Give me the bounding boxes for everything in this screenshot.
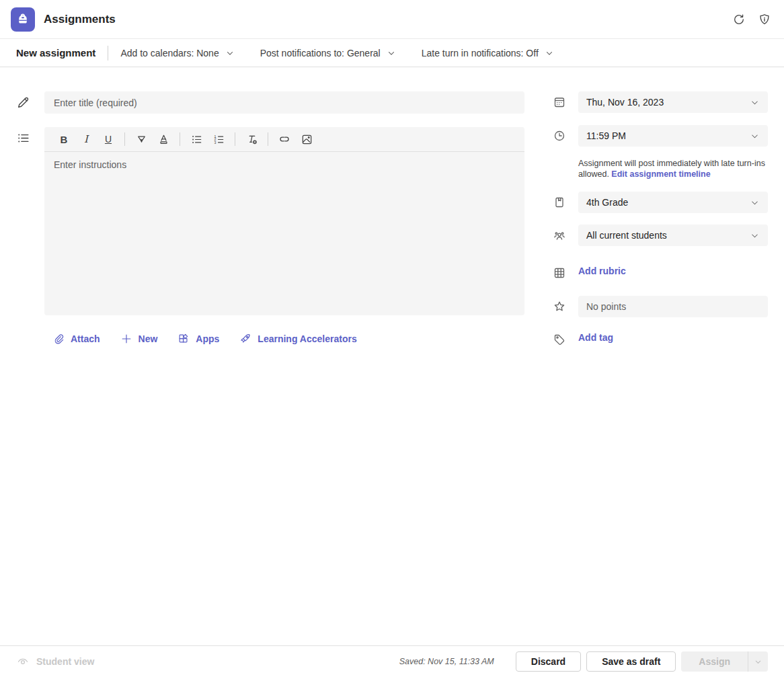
assign-split-button: Assign [681,651,768,672]
due-time-dropdown[interactable]: 11:59 PM [578,125,768,147]
rubric-grid-icon [553,262,578,280]
student-view-button[interactable]: Student view [16,655,94,668]
chevron-down-icon [750,131,760,141]
new-button[interactable]: New [120,333,158,345]
divider [180,132,180,146]
chevron-down-icon [545,48,554,58]
assignment-details-sidebar: Thu, Nov 16, 2023 11:59 PM [553,91,768,346]
assign-options-chevron[interactable] [748,651,768,672]
rocket-icon [239,333,251,345]
link-icon[interactable] [274,130,295,149]
rubric-row: Add rubric [553,262,768,280]
chevron-down-icon [750,198,760,208]
clear-formatting-icon[interactable] [241,130,262,149]
edit-timeline-link[interactable]: Edit assignment timeline [611,169,710,179]
due-time-row: 11:59 PM [553,125,768,147]
tag-icon [553,329,578,346]
highlight-icon[interactable] [131,130,151,149]
assignments-app-icon [11,7,35,32]
paperclip-icon [52,333,65,345]
class-row: 4th Grade [553,192,768,213]
add-rubric-link[interactable]: Add rubric [578,262,626,276]
header-actions [732,12,772,27]
bold-button[interactable]: B [54,130,74,149]
students-dropdown[interactable]: All current students [578,225,768,246]
points-row [553,296,768,317]
app-header: Assignments [0,0,784,38]
notebook-icon [553,192,578,209]
assignment-form: B I U [16,91,524,345]
footer-bar: Student view Saved: Nov 15, 11:33 AM Dis… [0,645,784,677]
saved-status: Saved: Nov 15, 11:33 AM [399,657,494,666]
clock-icon [553,125,578,143]
instructions-input[interactable]: Enter instructions [44,152,524,315]
font-color-icon[interactable] [153,130,173,149]
underline-glyph: U [105,134,112,145]
tab-new-assignment[interactable]: New assignment [16,47,95,58]
divider [124,132,125,146]
numbered-list-icon[interactable]: 1 2 3 [208,130,229,149]
students-value: All current students [586,230,750,241]
chevron-down-icon [387,48,396,58]
chevron-down-icon [750,97,760,108]
italic-glyph: I [84,133,88,145]
discard-button[interactable]: Discard [516,651,581,672]
instructions-editor: B I U [44,127,524,315]
italic-button[interactable]: I [76,130,96,149]
attach-label: Attach [71,333,100,344]
rich-text-toolbar: B I U [44,127,524,152]
menu-post-notifications[interactable]: Post notifications to: General [260,48,396,58]
bullet-list-icon[interactable] [186,130,206,149]
divider [108,46,108,61]
divider [268,132,268,146]
save-as-draft-button[interactable]: Save as draft [586,651,676,672]
svg-text:3: 3 [214,141,216,145]
refresh-icon[interactable] [732,12,746,27]
instructions-list-icon [16,127,44,315]
menu-add-to-calendars[interactable]: Add to calendars: None [120,48,234,58]
divider [235,132,235,146]
assignments-app: Assignments New assignment Add to calend… [0,0,784,677]
menu-late-turn-in[interactable]: Late turn in notifications: Off [422,48,554,58]
students-row: All current students [553,225,768,246]
add-tag-link[interactable]: Add tag [578,329,613,343]
footer-actions: Saved: Nov 15, 11:33 AM Discard Save as … [399,651,768,672]
due-date-value: Thu, Nov 16, 2023 [586,97,750,108]
chevron-down-icon [225,48,235,58]
title-input[interactable] [44,91,524,114]
chevron-down-icon [750,231,760,241]
points-input[interactable] [578,296,768,317]
apps-label: Apps [196,333,219,344]
new-label: New [139,333,158,344]
shield-icon[interactable] [757,12,772,27]
title-row [16,91,524,114]
menu-label: Late turn in notifications: Off [422,48,539,58]
apps-button[interactable]: Apps [178,333,219,345]
attach-button[interactable]: Attach [52,333,100,345]
learning-accelerators-button[interactable]: Learning Accelerators [239,333,356,345]
instructions-row: B I U [16,127,524,315]
apps-grid-icon [178,333,190,345]
eye-icon [16,655,30,668]
star-icon [553,296,578,313]
due-date-dropdown[interactable]: Thu, Nov 16, 2023 [578,91,768,113]
main-content: B I U [0,67,784,91]
timeline-note: Assignment will post immediately with la… [578,158,768,180]
people-icon [553,225,578,242]
attachment-actions: Attach New [52,333,524,345]
insert-image-icon[interactable] [297,130,317,149]
menu-label: Add to calendars: None [120,48,219,58]
class-dropdown[interactable]: 4th Grade [578,192,768,213]
student-view-label: Student view [36,656,94,667]
tag-row: Add tag [553,329,768,346]
due-date-row: Thu, Nov 16, 2023 [553,91,768,113]
instructions-placeholder: Enter instructions [54,159,515,170]
page-title: Assignments [44,13,116,26]
underline-button[interactable]: U [98,130,118,149]
class-value: 4th Grade [586,197,750,208]
calendar-icon [553,91,578,109]
assign-button[interactable]: Assign [681,651,748,672]
menu-label: Post notifications to: General [260,48,381,58]
bold-glyph: B [61,134,68,145]
command-bar: New assignment Add to calendars: None Po… [0,38,784,67]
